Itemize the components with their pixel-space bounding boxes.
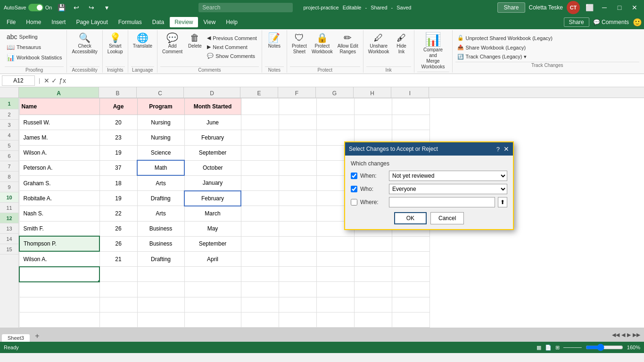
cell-b12[interactable] <box>99 267 137 282</box>
cell-i12[interactable] <box>392 267 429 282</box>
where-checkbox[interactable] <box>351 199 357 206</box>
cell-c6[interactable]: Arts <box>137 175 184 190</box>
check-accessibility-button[interactable]: 🔍 CheckAccessibility <box>70 32 99 56</box>
cell-i15[interactable] <box>392 312 429 327</box>
cell-f1[interactable] <box>279 99 316 115</box>
spelling-button[interactable]: abcSpelling <box>5 32 64 41</box>
cell-e3[interactable] <box>241 130 279 145</box>
dialog-close-button[interactable]: ✕ <box>504 145 509 153</box>
cell-d7[interactable]: February <box>184 191 241 206</box>
cell-i1[interactable] <box>392 99 429 115</box>
cell-c7[interactable]: Drafting <box>137 191 184 206</box>
cell-e8[interactable] <box>241 206 279 221</box>
who-select[interactable]: Everyone Me <box>389 184 507 194</box>
cell-a13[interactable] <box>19 282 99 297</box>
insert-function-button[interactable]: ƒx <box>59 77 66 84</box>
customize-qat-button[interactable]: ▾ <box>101 2 112 13</box>
cell-g13[interactable] <box>316 282 354 297</box>
dialog-cancel-button[interactable]: Cancel <box>430 212 464 224</box>
cell-c14[interactable] <box>137 297 184 312</box>
cell-e11[interactable] <box>241 251 279 266</box>
cell-b9[interactable]: 26 <box>99 221 137 236</box>
cell-g1[interactable] <box>316 99 354 115</box>
cell-d9[interactable]: May <box>184 221 241 236</box>
cancel-formula-button[interactable]: ✕ <box>44 77 50 84</box>
scroll-left-btn[interactable]: ◀◀ <box>612 332 619 338</box>
col-header-d[interactable]: D <box>184 87 240 98</box>
dialog-ok-button[interactable]: OK <box>394 212 427 224</box>
cell-d2[interactable]: June <box>184 115 241 130</box>
compare-merge-button[interactable]: 📊 Compare andMerge Workbooks <box>417 32 449 71</box>
cell-e5[interactable] <box>241 160 279 175</box>
cell-c10[interactable]: Business <box>137 236 184 251</box>
cell-f5[interactable] <box>279 160 316 175</box>
share-workbook-legacy-button[interactable]: 📤Share Workbook (Legacy) <box>455 43 640 51</box>
cell-i13[interactable] <box>392 282 429 297</box>
cell-a15[interactable] <box>19 312 99 327</box>
cell-b11[interactable]: 21 <box>99 251 137 266</box>
redo-button[interactable]: ↪ <box>86 2 97 13</box>
cell-d1[interactable]: Month Started <box>184 99 241 115</box>
cell-f3[interactable] <box>279 130 316 145</box>
cell-h2[interactable] <box>354 115 392 130</box>
cell-c3[interactable]: Nursing <box>137 130 184 145</box>
notes-button[interactable]: 📝 Notes <box>265 32 284 50</box>
minimize-button[interactable]: ─ <box>599 2 610 13</box>
cell-a9[interactable]: Smith F. <box>19 221 99 236</box>
cell-f10[interactable] <box>279 236 316 251</box>
cell-d11[interactable]: April <box>184 251 241 266</box>
cell-f9[interactable] <box>279 221 316 236</box>
who-checkbox[interactable] <box>351 186 357 192</box>
cell-d8[interactable]: March <box>184 206 241 221</box>
cell-e13[interactable] <box>241 282 279 297</box>
cell-e4[interactable] <box>241 145 279 160</box>
cell-e6[interactable] <box>241 175 279 190</box>
cell-d5[interactable]: October <box>184 160 241 175</box>
cell-e7[interactable] <box>241 191 279 206</box>
normal-view-icon[interactable]: ▦ <box>537 345 541 351</box>
cell-f12[interactable] <box>279 267 316 282</box>
cell-g10[interactable] <box>316 236 354 251</box>
cell-b13[interactable] <box>99 282 137 297</box>
when-checkbox[interactable] <box>351 173 357 179</box>
cell-h13[interactable] <box>354 282 392 297</box>
unprotect-shared-workbook-button[interactable]: 🔓Unprotect Shared Workbook (Legacy) <box>455 34 640 42</box>
cell-e15[interactable] <box>241 312 279 327</box>
cell-i11[interactable] <box>392 251 429 266</box>
cell-e9[interactable] <box>241 221 279 236</box>
menu-home[interactable]: Home <box>21 17 46 27</box>
cell-d3[interactable]: February <box>184 130 241 145</box>
cell-d6[interactable]: January <box>184 175 241 190</box>
menu-page-layout[interactable]: Page Layout <box>71 17 112 27</box>
undo-button[interactable]: ↩ <box>71 2 82 13</box>
cell-b7[interactable]: 19 <box>99 191 137 206</box>
smart-lookup-button[interactable]: 💡 SmartLookup <box>106 32 125 56</box>
protect-workbook-button[interactable]: 🔒 ProtectWorkbook <box>310 32 335 56</box>
cell-b3[interactable]: 23 <box>99 130 137 145</box>
show-comments-button[interactable]: 💬Show Comments <box>205 52 259 60</box>
cell-b2[interactable]: 20 <box>99 115 137 130</box>
cell-f11[interactable] <box>279 251 316 266</box>
cell-b5[interactable]: 37 <box>99 160 137 175</box>
cell-a11[interactable]: Wilson A. <box>19 251 99 266</box>
formula-input[interactable] <box>68 76 642 85</box>
cell-c11[interactable]: Drafting <box>137 251 184 266</box>
cell-reference-box[interactable] <box>2 75 35 86</box>
menu-file[interactable]: File <box>2 17 20 27</box>
cell-a8[interactable]: Nash S. <box>19 206 99 221</box>
translate-button[interactable]: 🌐 Translate <box>131 32 154 50</box>
cell-i10[interactable] <box>392 236 429 251</box>
col-header-e[interactable]: E <box>240 87 278 98</box>
cell-h11[interactable] <box>354 251 392 266</box>
cell-c12[interactable] <box>137 267 184 282</box>
col-header-a[interactable]: A <box>19 87 99 98</box>
cell-d14[interactable] <box>184 297 241 312</box>
cell-g12[interactable] <box>316 267 354 282</box>
cell-e1[interactable] <box>241 99 279 115</box>
cell-e12[interactable] <box>241 267 279 282</box>
search-input[interactable] <box>198 3 293 12</box>
cell-c2[interactable]: Nursing <box>137 115 184 130</box>
unshare-workbook-button[interactable]: 🖊 UnshareWorkbook <box>366 32 391 56</box>
confirm-formula-button[interactable]: ✓ <box>51 77 57 84</box>
cell-b8[interactable]: 22 <box>99 206 137 221</box>
